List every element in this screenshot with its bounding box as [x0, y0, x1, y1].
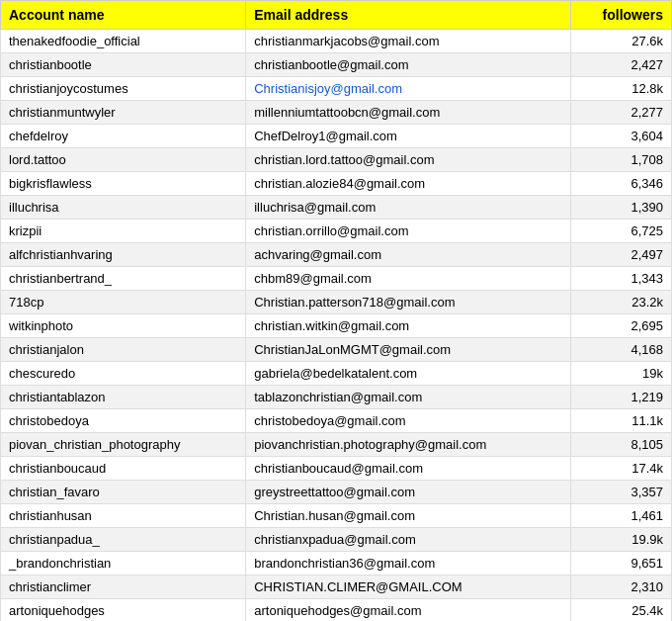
followers-cell: 2,427 — [570, 53, 671, 77]
followers-cell: 19.9k — [570, 528, 671, 552]
table-row: christianboucaudchristianboucaud@gmail.c… — [1, 457, 672, 481]
account-name-cell: witkinphoto — [1, 314, 246, 338]
table-row: artoniquehodgesartoniquehodges@gmail.com… — [1, 599, 672, 622]
table-row: christianhusanChristian.husan@gmail.com1… — [1, 504, 672, 528]
account-name-cell: christianjalon — [1, 338, 246, 362]
table-row: christianmuntwylermillenniumtattoobcn@gm… — [1, 101, 672, 125]
table-row: lord.tattoochristian.lord.tattoo@gmail.c… — [1, 148, 672, 172]
email-cell: CHRISTIAN.CLIMER@GMAIL.COM — [246, 576, 570, 599]
table-row: 718cpChristian.patterson718@gmail.com23.… — [1, 291, 672, 314]
followers-cell: 2,497 — [570, 243, 671, 267]
email-cell: brandonchristian36@gmail.com — [246, 552, 570, 576]
account-name-cell: piovan_christian_photography — [1, 433, 246, 457]
table-row: _brandonchristianbrandonchristian36@gmai… — [1, 552, 672, 576]
account-name-cell: 718cp — [1, 291, 246, 314]
followers-cell: 11.1k — [570, 409, 671, 433]
email-cell: Christian.husan@gmail.com — [246, 504, 570, 528]
followers-cell: 6,346 — [570, 172, 671, 196]
email-cell: tablazonchristian@gmail.com — [246, 386, 570, 409]
account-name-cell: christianbertrand_ — [1, 267, 246, 291]
followers-cell: 8,105 — [570, 433, 671, 457]
followers-cell: 2,277 — [570, 101, 671, 125]
account-name-cell: christianjoycostumes — [1, 77, 246, 101]
followers-cell: 2,310 — [570, 576, 671, 599]
table-row: christianjoycostumesChristianisjoy@gmail… — [1, 77, 672, 101]
account-name-cell: christiantablazon — [1, 386, 246, 409]
followers-header: followers — [570, 1, 671, 30]
account-name-cell: illuchrisa — [1, 196, 246, 220]
table-row: christian_favarogreystreettattoo@gmail.c… — [1, 481, 672, 504]
table-row: christobedoyachristobedoya@gmail.com11.1… — [1, 409, 672, 433]
followers-cell: 23.2k — [570, 291, 671, 314]
table-row: witkinphotochristian.witkin@gmail.com2,6… — [1, 314, 672, 338]
account-name-cell: _brandonchristian — [1, 552, 246, 576]
table-row: christianbertrand_chbm89@gmail.com1,343 — [1, 267, 672, 291]
table-row: bigkrisflawlesschristian.alozie84@gmail.… — [1, 172, 672, 196]
email-cell: millenniumtattoobcn@gmail.com — [246, 101, 570, 125]
account-name-cell: krizpii — [1, 220, 246, 243]
account-name-cell: christianmuntwyler — [1, 101, 246, 125]
email-cell: gabriela@bedelkatalent.com — [246, 362, 570, 386]
account-name-cell: christianpadua_ — [1, 528, 246, 552]
account-name-header: Account name — [1, 1, 246, 30]
account-name-cell: alfchristianhvaring — [1, 243, 246, 267]
account-name-cell: christianboucaud — [1, 457, 246, 481]
followers-cell: 19k — [570, 362, 671, 386]
followers-cell: 6,725 — [570, 220, 671, 243]
table-row: illuchrisailluchrisa@gmail.com1,390 — [1, 196, 672, 220]
data-table: Account name Email address followers the… — [0, 0, 672, 621]
email-cell: chbm89@gmail.com — [246, 267, 570, 291]
followers-cell: 25.4k — [570, 599, 671, 622]
followers-cell: 2,695 — [570, 314, 671, 338]
account-name-cell: christianclimer — [1, 576, 246, 599]
email-cell: piovanchristian.photography@gmail.com — [246, 433, 570, 457]
table-row: christianpadua_christianxpadua@gmail.com… — [1, 528, 672, 552]
account-name-cell: chefdelroy — [1, 125, 246, 148]
account-name-cell: thenakedfoodie_official — [1, 30, 246, 53]
account-name-cell: christianhusan — [1, 504, 246, 528]
email-cell: achvaring@gmail.com — [246, 243, 570, 267]
email-cell: illuchrisa@gmail.com — [246, 196, 570, 220]
email-cell: Christian.patterson718@gmail.com — [246, 291, 570, 314]
email-cell: christianmarkjacobs@gmail.com — [246, 30, 570, 53]
email-cell: Christianisjoy@gmail.com — [246, 77, 570, 101]
email-cell: christianboucaud@gmail.com — [246, 457, 570, 481]
table-row: christianclimerCHRISTIAN.CLIMER@GMAIL.CO… — [1, 576, 672, 599]
table-row: christiantablazontablazonchristian@gmail… — [1, 386, 672, 409]
email-cell: christian.alozie84@gmail.com — [246, 172, 570, 196]
table-row: chefdelroyChefDelroy1@gmail.com3,604 — [1, 125, 672, 148]
email-cell: christian.witkin@gmail.com — [246, 314, 570, 338]
followers-cell: 12.8k — [570, 77, 671, 101]
account-name-cell: bigkrisflawless — [1, 172, 246, 196]
email-cell: ChristianJaLonMGMT@gmail.com — [246, 338, 570, 362]
email-address-header: Email address — [246, 1, 570, 30]
table-row: christianjalonChristianJaLonMGMT@gmail.c… — [1, 338, 672, 362]
table-row: piovan_christian_photographypiovanchrist… — [1, 433, 672, 457]
followers-cell: 1,343 — [570, 267, 671, 291]
followers-cell: 3,604 — [570, 125, 671, 148]
account-name-cell: christobedoya — [1, 409, 246, 433]
email-cell: artoniquehodges@gmail.com — [246, 599, 570, 622]
followers-cell: 9,651 — [570, 552, 671, 576]
followers-cell: 4,168 — [570, 338, 671, 362]
email-cell: christobedoya@gmail.com — [246, 409, 570, 433]
email-cell: christianxpadua@gmail.com — [246, 528, 570, 552]
email-cell: christian.orrillo@gmail.com — [246, 220, 570, 243]
account-name-cell: chescuredo — [1, 362, 246, 386]
followers-cell: 3,357 — [570, 481, 671, 504]
email-cell: greystreettattoo@gmail.com — [246, 481, 570, 504]
account-name-cell: artoniquehodges — [1, 599, 246, 622]
followers-cell: 1,461 — [570, 504, 671, 528]
table-row: christianbootlechristianbootle@gmail.com… — [1, 53, 672, 77]
followers-cell: 27.6k — [570, 30, 671, 53]
followers-cell: 1,219 — [570, 386, 671, 409]
table-row: chescuredogabriela@bedelkatalent.com19k — [1, 362, 672, 386]
email-cell: christianbootle@gmail.com — [246, 53, 570, 77]
email-cell: ChefDelroy1@gmail.com — [246, 125, 570, 148]
followers-cell: 1,708 — [570, 148, 671, 172]
email-cell: christian.lord.tattoo@gmail.com — [246, 148, 570, 172]
table-row: thenakedfoodie_officialchristianmarkjaco… — [1, 30, 672, 53]
followers-cell: 1,390 — [570, 196, 671, 220]
account-name-cell: lord.tattoo — [1, 148, 246, 172]
account-name-cell: christian_favaro — [1, 481, 246, 504]
